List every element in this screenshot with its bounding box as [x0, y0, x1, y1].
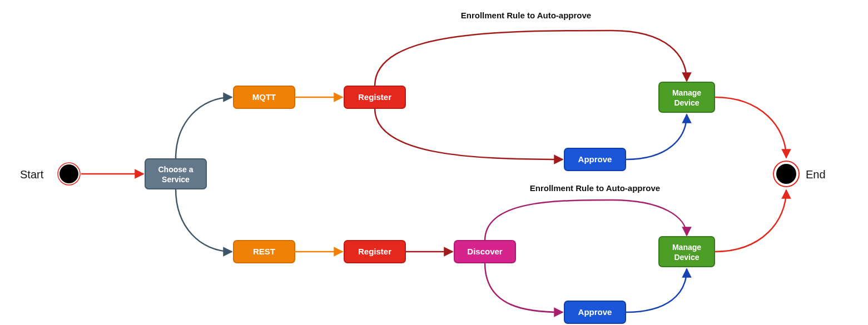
node-mqtt-text: MQTT — [252, 92, 276, 102]
node-manage-top-text2: Device — [674, 98, 699, 107]
node-register-top-text: Register — [358, 92, 391, 102]
edge-label-enroll-top: Enrollment Rule to Auto-approve — [461, 11, 591, 20]
start-node — [59, 164, 78, 183]
edge-register-manage-top — [375, 31, 687, 86]
edge-approve-manage-top — [626, 114, 687, 159]
node-manage-top — [659, 82, 715, 112]
node-approve-top-text: Approve — [578, 154, 612, 164]
edge-manage-top-end — [715, 97, 786, 158]
edge-label-enroll-bottom: Enrollment Rule to Auto-approve — [530, 183, 660, 193]
edge-approve-manage-bottom — [626, 269, 687, 312]
node-manage-top-text1: Manage — [672, 88, 701, 97]
end-label: End — [806, 168, 826, 181]
flow-diagram: Start Choose aService MQTT REST Register… — [0, 0, 868, 325]
node-register-bottom-text: Register — [358, 247, 391, 256]
node-discover-text: Discover — [467, 247, 503, 256]
edge-discover-manage-bottom — [485, 200, 687, 241]
start-label: Start — [20, 168, 44, 181]
edge-choose-mqtt — [176, 97, 232, 159]
node-choose — [145, 159, 206, 189]
node-manage-bottom — [659, 237, 715, 267]
edge-register-approve-top — [375, 108, 563, 159]
node-approve-bottom-text: Approve — [578, 307, 612, 317]
node-manage-bottom-text2: Device — [674, 253, 699, 262]
edge-choose-rest — [176, 189, 232, 252]
end-node — [776, 164, 796, 184]
edge-discover-approve-bottom — [485, 263, 563, 312]
node-rest-text: REST — [253, 247, 275, 256]
edge-manage-bottom-end — [715, 190, 786, 252]
node-manage-bottom-text1: Manage — [672, 243, 701, 252]
